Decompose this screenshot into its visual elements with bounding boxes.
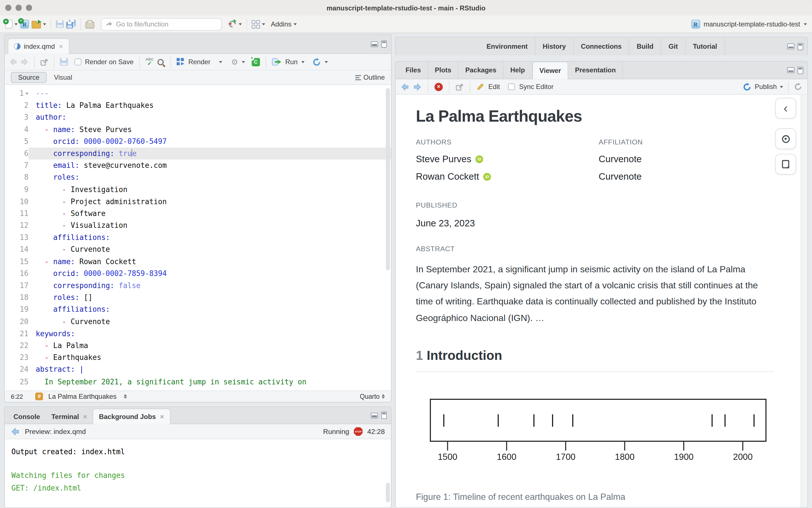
code-line[interactable]: 20 - Curvenote bbox=[5, 316, 391, 328]
code-editor[interactable]: 1---2title: La Palma Earthquakes3author:… bbox=[5, 85, 391, 390]
code-line[interactable]: 11 - Software bbox=[5, 208, 391, 220]
addins-button[interactable]: Addins bbox=[271, 20, 296, 28]
code-line[interactable]: 25 In September 2021, a significant jump… bbox=[5, 376, 391, 388]
workspace-panes-button[interactable] bbox=[252, 20, 265, 28]
open-file-dropdown-icon[interactable] bbox=[43, 23, 46, 25]
code-line[interactable]: 21keywords: bbox=[5, 328, 391, 340]
maximize-pane-icon[interactable] bbox=[381, 40, 387, 48]
maximize-pane-icon[interactable] bbox=[381, 412, 387, 419]
maximize-pane-icon[interactable] bbox=[798, 43, 803, 50]
new-project-button[interactable]: +R bbox=[20, 20, 29, 29]
minimize-pane-icon[interactable] bbox=[371, 41, 378, 47]
search-icon[interactable] bbox=[157, 59, 163, 65]
gear-icon[interactable]: ⚙ bbox=[231, 58, 238, 66]
code-line[interactable]: 4 - name: Steve Purves bbox=[5, 124, 391, 136]
outline-button[interactable]: Outline bbox=[355, 74, 385, 81]
tab-plots[interactable]: Plots bbox=[428, 61, 458, 79]
open-in-new-window-icon[interactable] bbox=[456, 83, 464, 90]
git-button[interactable] bbox=[229, 19, 242, 29]
code-line[interactable]: 8 roles: bbox=[5, 171, 391, 183]
tab-presentation[interactable]: Presentation bbox=[568, 61, 623, 79]
tab-console[interactable]: Console bbox=[8, 409, 46, 424]
close-icon[interactable]: × bbox=[59, 42, 63, 50]
tab-git[interactable]: Git bbox=[661, 37, 686, 55]
minimize-pane-icon[interactable] bbox=[787, 43, 795, 49]
forward-icon[interactable] bbox=[21, 58, 29, 66]
save-all-button[interactable] bbox=[66, 20, 76, 29]
edit-button[interactable]: Edit bbox=[488, 83, 500, 91]
code-line[interactable]: 22 - La Palma bbox=[5, 340, 391, 352]
goto-file-search[interactable] bbox=[101, 18, 221, 30]
tab-history[interactable]: History bbox=[535, 37, 574, 55]
code-line[interactable]: 12 - Visualization bbox=[5, 220, 391, 232]
maximize-pane-icon[interactable] bbox=[798, 67, 803, 74]
git-dropdown-icon[interactable] bbox=[239, 23, 242, 25]
orcid-icon[interactable]: iD bbox=[483, 173, 491, 181]
rerun-dropdown-icon[interactable] bbox=[325, 61, 328, 63]
source-mode-button[interactable]: Source bbox=[11, 72, 47, 83]
options-dropdown-icon[interactable] bbox=[242, 61, 245, 63]
code-line[interactable]: 10 - Project administration bbox=[5, 196, 391, 208]
new-file-dropdown-icon[interactable] bbox=[14, 23, 17, 25]
panes-dropdown-icon[interactable] bbox=[262, 23, 265, 25]
forward-icon[interactable] bbox=[413, 83, 421, 91]
tab-viewer[interactable]: Viewer bbox=[532, 62, 568, 79]
code-line[interactable]: 18 roles: [] bbox=[5, 292, 391, 304]
code-line[interactable]: 24abstract: | bbox=[5, 364, 391, 376]
console-scrollbar[interactable] bbox=[386, 483, 390, 502]
open-file-button[interactable] bbox=[32, 20, 46, 29]
publish-dropdown-icon[interactable] bbox=[780, 86, 783, 88]
editor-scrollbar[interactable] bbox=[386, 88, 390, 270]
goto-file-input[interactable] bbox=[116, 20, 204, 28]
tab-build[interactable]: Build bbox=[630, 37, 661, 55]
run-button[interactable]: Run bbox=[285, 58, 297, 66]
tab-tutorial[interactable]: Tutorial bbox=[686, 37, 725, 55]
publish-button[interactable]: Publish bbox=[755, 83, 777, 91]
render-on-save-checkbox[interactable] bbox=[75, 58, 81, 65]
visibility-button[interactable] bbox=[775, 128, 796, 149]
code-line[interactable]: 23 - Earthquakes bbox=[5, 352, 391, 364]
code-line[interactable]: 15 - name: Rowan Cockett bbox=[5, 256, 391, 268]
run-dropdown-icon[interactable] bbox=[301, 61, 304, 63]
section-navigator[interactable]: La Palma Earthquakes bbox=[48, 392, 117, 400]
refresh-icon[interactable] bbox=[794, 83, 802, 91]
code-line[interactable]: 3author: bbox=[5, 112, 391, 124]
viewer-scrollbar[interactable] bbox=[801, 95, 808, 508]
format-selector-arrows-icon[interactable] bbox=[382, 394, 385, 399]
close-icon[interactable]: × bbox=[160, 413, 164, 420]
format-selector[interactable]: Quarto bbox=[360, 393, 379, 400]
console-output[interactable]: Output created: index.html Watching file… bbox=[5, 439, 391, 508]
tab-environment[interactable]: Environment bbox=[479, 37, 535, 55]
back-icon[interactable] bbox=[401, 83, 409, 91]
minimize-pane-icon[interactable] bbox=[371, 413, 378, 418]
code-line[interactable]: 17 corresponding: false bbox=[5, 280, 391, 292]
code-line[interactable]: 5 orcid: 0000-0002-0760-5497 bbox=[5, 135, 391, 147]
save-button[interactable] bbox=[56, 20, 64, 28]
close-icon[interactable]: × bbox=[83, 413, 87, 420]
orcid-icon[interactable]: iD bbox=[475, 156, 483, 163]
code-line[interactable]: 2title: La Palma Earthquakes bbox=[5, 99, 391, 112]
code-line[interactable]: 14 - Curvenote bbox=[5, 244, 391, 256]
tab-background-jobs[interactable]: Background Jobs× bbox=[93, 409, 170, 424]
sync-editor-checkbox[interactable] bbox=[508, 83, 515, 90]
code-line[interactable]: 13 affiliations: bbox=[5, 232, 391, 244]
back-icon[interactable] bbox=[11, 427, 20, 436]
tab-help[interactable]: Help bbox=[503, 61, 532, 79]
save-icon[interactable] bbox=[60, 58, 68, 66]
addins-dropdown-icon[interactable] bbox=[294, 23, 297, 25]
stop-icon[interactable]: × bbox=[435, 83, 443, 91]
new-file-button[interactable]: + bbox=[5, 20, 17, 29]
rerun-icon[interactable] bbox=[312, 58, 321, 66]
annotation-button[interactable] bbox=[775, 154, 796, 175]
back-icon[interactable] bbox=[9, 58, 17, 66]
spellcheck-icon[interactable]: ABC✓ bbox=[146, 57, 154, 66]
code-line[interactable]: 9 - Investigation bbox=[5, 183, 391, 196]
code-line[interactable]: 6 corresponding: true bbox=[5, 147, 391, 160]
code-line[interactable]: the island of La Palma (Canary Islands, … bbox=[5, 388, 391, 390]
code-line[interactable]: 7 email: steve@curvenote.com bbox=[5, 160, 391, 172]
open-in-new-window-icon[interactable] bbox=[40, 58, 48, 66]
visual-mode-button[interactable]: Visual bbox=[54, 74, 72, 81]
section-navigator-arrows-icon[interactable] bbox=[124, 394, 127, 399]
code-line[interactable]: 19 affiliations: bbox=[5, 304, 391, 316]
minimize-pane-icon[interactable] bbox=[787, 67, 795, 73]
